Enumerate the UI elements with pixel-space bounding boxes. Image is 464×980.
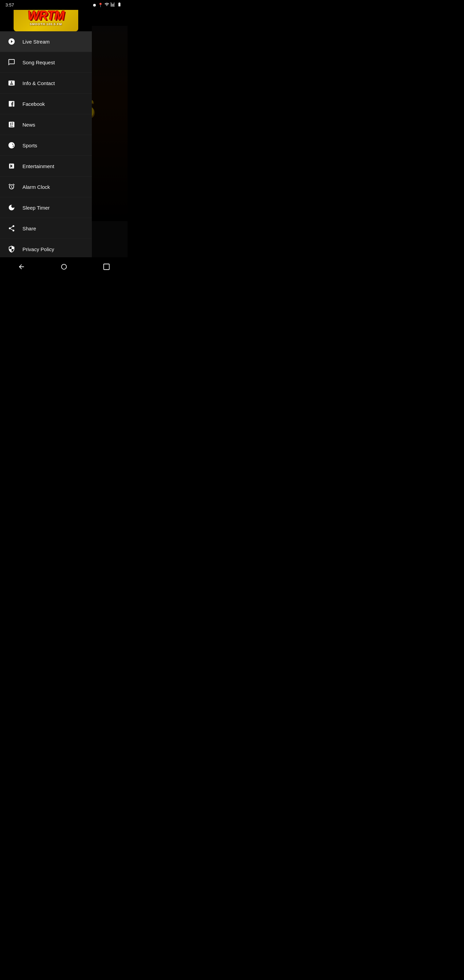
share-icon: [7, 224, 16, 233]
newspaper-icon: [7, 120, 16, 129]
menu-item-alarm-clock[interactable]: Alarm Clock: [0, 177, 92, 197]
id-card-icon: [7, 78, 16, 88]
news-label: News: [22, 122, 35, 127]
drawer-dim-overlay[interactable]: [92, 0, 127, 276]
home-button[interactable]: [56, 260, 72, 274]
battery-icon: [117, 2, 122, 8]
menu-item-share[interactable]: Share: [0, 218, 92, 239]
message-icon: [7, 57, 16, 67]
menu-item-news[interactable]: News: [0, 115, 92, 135]
live-stream-label: Live Stream: [22, 39, 50, 45]
recents-button[interactable]: [98, 260, 114, 274]
menu-item-entertainment[interactable]: Entertainment: [0, 156, 92, 177]
svg-rect-1: [103, 264, 109, 270]
menu-item-sports[interactable]: Sports: [0, 135, 92, 156]
bottom-navigation-bar: [0, 257, 127, 276]
logo-tagline-text: SMOOTH 100.5 FM: [30, 22, 62, 26]
record-icon: ⏺: [92, 3, 97, 8]
moon-icon: [7, 203, 16, 212]
sleep-timer-label: Sleep Timer: [22, 205, 50, 211]
menu-item-live-stream[interactable]: Live Stream: [0, 31, 92, 52]
shield-icon: [7, 244, 16, 254]
back-button[interactable]: [13, 260, 30, 274]
menu-item-sleep-timer[interactable]: Sleep Timer: [0, 197, 92, 218]
wifi-icon: [105, 2, 109, 8]
navigation-drawer: WRTM SMOOTH 100.5 FM Live Stream Song Re…: [0, 0, 92, 276]
menu-list: Live Stream Song Request Info & Contact …: [0, 31, 92, 276]
menu-item-info-contact[interactable]: Info & Contact: [0, 73, 92, 94]
time-display: 3:57: [5, 2, 14, 8]
location-icon: 📍: [98, 3, 103, 8]
menu-item-facebook[interactable]: Facebook: [0, 94, 92, 115]
status-bar: 3:57 ⏺ 📍: [0, 0, 127, 10]
facebook-label: Facebook: [22, 101, 45, 107]
share-label: Share: [22, 226, 36, 231]
alarm-clock-label: Alarm Clock: [22, 184, 50, 190]
entertainment-label: Entertainment: [22, 163, 54, 169]
menu-item-song-request[interactable]: Song Request: [0, 52, 92, 73]
menu-item-privacy-policy[interactable]: Privacy Policy: [0, 239, 92, 259]
svg-point-0: [61, 264, 66, 269]
entertainment-icon: [7, 161, 16, 171]
status-icons: ⏺ 📍: [92, 2, 122, 8]
logo-wrtm-text: WRTM: [27, 10, 64, 22]
play-circle-icon: [7, 37, 16, 46]
song-request-label: Song Request: [22, 60, 55, 65]
signal-icon: [111, 2, 115, 8]
facebook-icon: [7, 99, 16, 108]
sports-label: Sports: [22, 143, 37, 148]
sports-icon: [7, 140, 16, 150]
alarm-icon: [7, 182, 16, 192]
privacy-policy-label: Privacy Policy: [22, 247, 54, 252]
info-contact-label: Info & Contact: [22, 80, 55, 86]
